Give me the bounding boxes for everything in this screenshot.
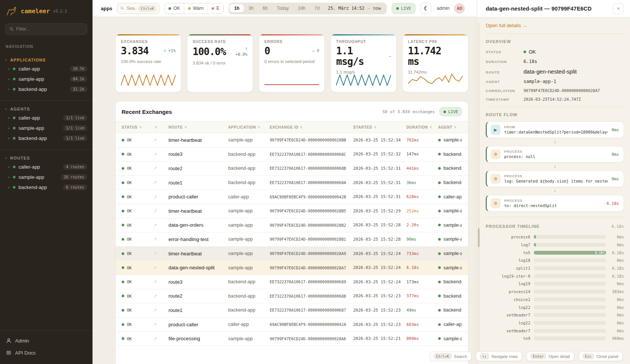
time-range-button[interactable]: 7d xyxy=(310,4,324,12)
metric-card[interactable]: LATENCY P99 11.742ms 11.742ms xyxy=(402,34,468,92)
sidebar-filter[interactable] xyxy=(5,23,87,35)
sidebar-item[interactable]: ▸ sample-app 16 routes xyxy=(0,172,93,182)
global-search[interactable]: Sea… Ctrl+K xyxy=(117,3,159,14)
divider xyxy=(486,107,624,107)
sidebar-item[interactable]: ▸ sample-app 1/1 live xyxy=(0,123,93,133)
metric-card[interactable]: THROUGHPUT 1.1msg/s → 1.1 msg/s xyxy=(330,34,397,92)
agent-status-dot xyxy=(438,153,441,155)
open-row-icon[interactable]: ↗ xyxy=(153,208,168,213)
column-header[interactable]: STARTED ⇅ xyxy=(353,125,406,129)
table-row[interactable]: OK ↗ error-handling-test sample-app 9079… xyxy=(116,232,468,247)
open-row-icon[interactable]: ↗ xyxy=(153,137,168,143)
started-cell: 2026-03-25 15:52:23 xyxy=(353,293,406,298)
open-row-icon[interactable]: ↗ xyxy=(153,293,168,299)
flow-step[interactable]: ⚙ PROCESS to: direct:nestedSplit 6.18s xyxy=(486,195,624,212)
table-row[interactable]: OK ↗ route1 backend-app EE7322370A10617-… xyxy=(116,176,468,190)
open-row-icon[interactable]: ↗ xyxy=(153,237,168,242)
open-row-icon[interactable]: ↗ xyxy=(153,223,168,228)
close-panel-button[interactable]: × xyxy=(613,3,624,14)
timeline-row[interactable]: to9 960ms xyxy=(486,335,624,342)
column-header[interactable]: APPLICATION ⇅ xyxy=(228,125,270,129)
sidebar-item[interactable]: ▸ caller-app 1/1 live xyxy=(0,113,93,123)
column-header[interactable]: AGENT ⇅ xyxy=(438,125,462,129)
timeline-row[interactable]: setHeader7 0ms xyxy=(486,327,624,335)
timeline-row[interactable]: log7 0ms xyxy=(486,241,624,249)
sidebar-item-api-docs[interactable]: API Docs xyxy=(6,347,86,359)
metric-card[interactable]: ERRORS 0 → 0 0 errors in selected period xyxy=(259,34,325,92)
timeline-row[interactable]: log18 0ms xyxy=(486,256,624,264)
live-indicator[interactable]: LIVE xyxy=(392,3,416,14)
table-row[interactable]: OK ↗ timer-heartbeat sample-app 90799F47… xyxy=(116,247,468,261)
started-cell: 2026-03-25 15:52:23 xyxy=(353,322,406,327)
column-header[interactable]: ROUTE ⇅ xyxy=(168,125,228,129)
flow-step[interactable]: ⚙ PROCESS log: Generated ${body.size} it… xyxy=(486,170,624,187)
open-row-icon[interactable]: ↗ xyxy=(153,194,168,200)
timeline-row[interactable]: split1 6.18s xyxy=(486,264,624,272)
timeline-row[interactable]: log19 0ms xyxy=(486,280,624,288)
table-row[interactable]: OK ↗ file-processing sample-app 90799F47… xyxy=(116,332,468,346)
open-row-icon[interactable]: ↗ xyxy=(153,251,168,256)
column-header[interactable]: EXCHANGE ID ⇅ xyxy=(270,125,353,129)
sidebar-item[interactable]: ▸ caller-app 10.7k xyxy=(0,64,93,74)
scrollbar[interactable] xyxy=(478,23,480,360)
metric-card[interactable]: EXCHANGES 3.834 ↑ +1% 100.0% success rat… xyxy=(115,34,181,92)
open-row-icon[interactable]: ↗ xyxy=(153,166,168,171)
nav-section-header[interactable]: ▾ APPLICATIONS xyxy=(0,56,93,64)
timeline-row[interactable]: process6 0ms xyxy=(486,233,624,241)
filter-input[interactable] xyxy=(16,26,83,32)
scrollbar-thumb[interactable] xyxy=(478,228,480,247)
timeline-row[interactable]: log19-iter-0 6.18s xyxy=(486,272,624,280)
table-row[interactable]: OK ↗ data-gen-orders sample-app 90799F47… xyxy=(116,218,468,233)
sidebar-item[interactable]: ▸ backend-app 1/1 live xyxy=(0,133,93,143)
table-row[interactable]: OK ↗ route2 backend-app EE7322370A10617-… xyxy=(116,161,468,176)
table-row[interactable]: OK ↗ route1 backend-app EE7322370A10617-… xyxy=(116,303,468,318)
open-full-details-link[interactable]: Open full details → xyxy=(486,23,624,28)
timeline-row[interactable]: setHeader7 0ms xyxy=(486,311,624,319)
table-row[interactable]: OK ↗ timer-heartbeat sample-app 90799F47… xyxy=(116,204,468,218)
sidebar-item[interactable]: ▸ sample-app 84.1k xyxy=(0,74,93,84)
table-row[interactable]: OK ↗ route2 backend-app EE7322370A10617-… xyxy=(116,289,468,304)
flow-step[interactable]: ⚙ PROCESS process: null 0ms xyxy=(486,146,624,163)
open-row-icon[interactable]: ↗ xyxy=(153,322,168,327)
timeline-row[interactable]: to5 6.18s 6.18s xyxy=(486,249,624,256)
table-row[interactable]: OK ↗ timer-heartbeat sample-app 90799F47… xyxy=(116,133,468,147)
column-header[interactable]: STATUS ⇅ xyxy=(122,125,153,129)
field-label: DURATION xyxy=(486,60,523,64)
status-filter-chip[interactable]: Warn xyxy=(184,3,207,14)
timeline-row[interactable]: log22 0ms xyxy=(486,319,624,327)
column-header[interactable]: DURATION ⇅ xyxy=(406,125,438,129)
open-row-icon[interactable]: ↗ xyxy=(153,307,168,313)
table-row[interactable]: OK ↗ route3 backend-app EE7322370A10617-… xyxy=(116,275,468,289)
status-filter-chip[interactable]: OK xyxy=(165,3,184,14)
timeline-row[interactable]: process14 383ms xyxy=(486,288,624,296)
timeline-row[interactable]: choice2 0ms xyxy=(486,296,624,304)
date-range-display[interactable]: 25. März 14:52 — now xyxy=(324,6,386,11)
sidebar-item-admin[interactable]: Admin xyxy=(6,335,86,347)
metric-card[interactable]: SUCCESS RATE 100.0% ↑ +0.0% 3.834 ok / 0… xyxy=(187,34,253,92)
status-filter-chip[interactable]: E xyxy=(207,3,223,14)
table-row[interactable]: OK ↗ product-caller caller-app 69AC90BF8… xyxy=(116,190,468,204)
sidebar-item[interactable]: ▸ backend-app 6 routes xyxy=(0,182,93,192)
open-row-icon[interactable]: ↗ xyxy=(153,180,168,185)
open-row-icon[interactable]: ↗ xyxy=(153,279,168,284)
sidebar-item[interactable]: ▸ caller-app 4 routes xyxy=(0,162,93,172)
time-range-button[interactable]: Today xyxy=(272,4,293,12)
table-row[interactable]: OK ↗ product-caller caller-app 69AC90BF8… xyxy=(116,318,468,332)
column-header[interactable]: ⇅ xyxy=(153,126,168,129)
table-row[interactable]: OK ↗ route3 backend-app EE7322370A10617-… xyxy=(116,147,468,162)
sidebar-item[interactable]: ▸ backend-app 32.2k xyxy=(0,84,93,94)
nav-section-header[interactable]: ▾ ROUTES xyxy=(0,154,93,162)
time-range-button[interactable]: 1h xyxy=(230,4,244,12)
time-range-button[interactable]: 6h xyxy=(258,4,272,12)
theme-toggle[interactable] xyxy=(420,3,432,14)
timeline-row[interactable]: log22 0ms xyxy=(486,303,624,311)
open-row-icon[interactable]: ↗ xyxy=(153,336,168,341)
time-range-button[interactable]: 24h xyxy=(293,4,310,12)
flow-step[interactable]: ▶ FROM timer:dataGenNestedSplit?period=1… xyxy=(486,121,624,138)
table-row[interactable]: OK ↗ data-gen-nested-split sample-app 90… xyxy=(116,261,468,275)
open-row-icon[interactable]: ↗ xyxy=(153,265,168,270)
avatar[interactable]: AD xyxy=(454,3,465,14)
time-range-button[interactable]: 3h xyxy=(244,4,258,12)
nav-section-header[interactable]: ▾ AGENTS xyxy=(0,105,93,113)
open-row-icon[interactable]: ↗ xyxy=(153,152,168,157)
